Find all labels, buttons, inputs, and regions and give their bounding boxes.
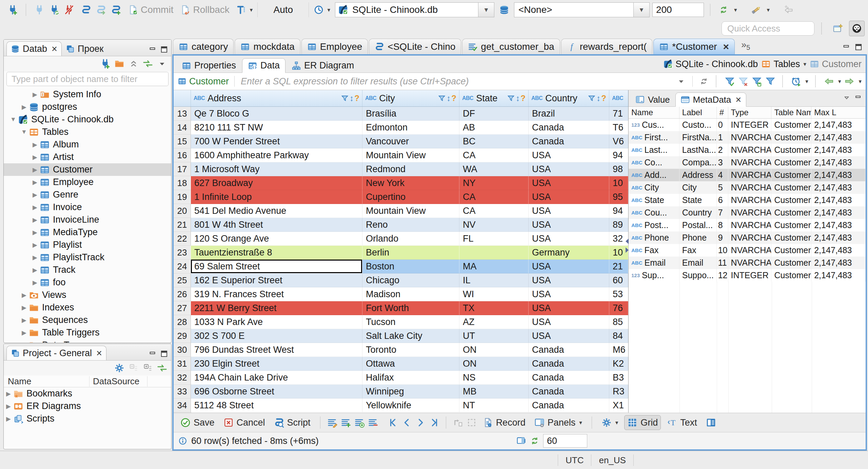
cell-type[interactable]: NVARCHAR [728, 231, 772, 244]
cell-City[interactable]: Reno [362, 218, 459, 232]
table-row[interactable]: 26319 N. Frances StreetMadisonWIUSA53 [174, 287, 628, 301]
chevron-right-icon[interactable]: ▶ [30, 179, 40, 186]
cell-Country[interactable]: USA [529, 162, 609, 176]
metadata-row[interactable]: 123Sup...Suppo...12INTEGERCustomer2,147,… [629, 269, 866, 282]
cell-State[interactable]: TX [459, 301, 529, 315]
cell-Country[interactable]: Canada [529, 371, 609, 385]
metadata-column-MaxL[interactable]: Max L [811, 107, 866, 118]
cell-type[interactable]: INTEGER [728, 269, 772, 282]
cell-Address[interactable]: 1600 Amphitheatre Parkway [191, 148, 362, 162]
row-number[interactable]: 20 [174, 204, 191, 218]
cell-type[interactable]: NVARCHAR [728, 257, 772, 269]
cell-type[interactable]: NVARCHAR [728, 194, 772, 206]
delete-row-icon[interactable] [368, 417, 378, 428]
cell-postalcode[interactable]: 94 [609, 204, 628, 218]
cell-postalcode[interactable]: 60 [609, 273, 628, 287]
row-number[interactable]: 17 [174, 162, 191, 176]
collapse-all-icon[interactable] [129, 59, 139, 69]
filter-icon[interactable] [341, 94, 349, 102]
sort-icon[interactable]: ↕ [516, 94, 520, 103]
chevron-right-icon[interactable]: ▶ [30, 266, 40, 274]
table-row[interactable]: 29302 S 700 ESalt Lake CityUTUSA84 [174, 329, 628, 343]
tree-item-foo[interactable]: ▶foo [4, 276, 171, 289]
cell-label[interactable]: Custo... [679, 119, 717, 131]
sort-icon[interactable]: ↕ [596, 94, 600, 103]
settings-button[interactable]: ▾ [599, 417, 621, 428]
nav-last-icon[interactable] [429, 417, 439, 428]
cell-City[interactable]: Berlin [362, 246, 459, 260]
cell-max-length[interactable]: 2,147,483 [811, 194, 866, 206]
cell-State[interactable] [459, 246, 529, 260]
disconnect-icon[interactable] [64, 5, 74, 15]
metadata-row[interactable]: ABCAdd...Address4NVARCHARCustomer2,147,4… [629, 169, 866, 181]
tree-item-SQLite - Chinook.db[interactable]: ▼SQLite - Chinook.db [4, 113, 171, 126]
cell-name[interactable]: ABCPost... [629, 219, 679, 231]
cell-max-length[interactable]: 2,147,483 [811, 206, 866, 219]
schema-combo[interactable]: <None> ▼ [514, 2, 650, 17]
cell-postalcode[interactable]: X1 [609, 399, 628, 412]
table-row[interactable]: 13Qe 7 Bloco GBrasíliaDFBrazil71 [174, 107, 628, 121]
cell-ordinal[interactable]: 8 [717, 219, 728, 231]
row-number[interactable]: 24 [174, 260, 191, 273]
chevron-right-icon[interactable]: ▶ [4, 415, 13, 423]
metadata-column-Type[interactable]: Type [728, 107, 772, 118]
cell-name[interactable]: ABCPhone [629, 231, 679, 244]
fetch-next-icon[interactable] [844, 76, 854, 86]
cell-State[interactable]: CA [459, 190, 529, 204]
record-button[interactable]: iRecord [480, 417, 528, 428]
editor-tab-Employee[interactable]: Employee [301, 39, 368, 54]
tree-item-InvoiceLine[interactable]: ▶InvoiceLine [4, 213, 171, 226]
maximize-icon[interactable] [160, 45, 169, 54]
caret-down-icon[interactable]: ▾ [803, 61, 806, 68]
metadata-column-Name[interactable]: Name [629, 107, 679, 118]
nav-next-icon[interactable] [415, 417, 426, 428]
cell-max-length[interactable]: 2,147,483 [811, 119, 866, 131]
cell-City[interactable]: Toronto [362, 343, 459, 357]
sql-filter-input[interactable] [240, 76, 673, 87]
tree-item-Playlist[interactable]: ▶Playlist [4, 239, 171, 251]
breadcrumb-item-SQLite - Chinook.db[interactable]: SQLite - Chinook.db [663, 59, 758, 69]
cell-City[interactable]: Edmonton [362, 121, 459, 135]
column-header-State[interactable]: ABCState↕? [459, 90, 529, 106]
cell-type[interactable]: NVARCHAR [728, 206, 772, 219]
row-number[interactable]: 18 [174, 176, 191, 190]
panel-sash[interactable] [625, 239, 629, 262]
metadata-row[interactable]: ABCCo...Compa...3NVARCHARCustomer2,147,4… [629, 156, 866, 169]
cell-table-name[interactable]: Customer [771, 131, 811, 144]
column-header-Address[interactable]: ABCAddress↕? [191, 90, 362, 106]
cell-max-length[interactable]: 2,147,483 [811, 181, 866, 194]
cell-City[interactable]: Boston [362, 260, 459, 273]
auto-refresh-value[interactable]: 60 [543, 434, 587, 448]
cell-Country[interactable]: Canada [529, 385, 609, 399]
locale-indicator[interactable]: en_US [591, 454, 634, 466]
table-row[interactable]: 191 Infinite LoopCupertinoCAUSA95 [174, 190, 628, 204]
cell-label[interactable]: City [679, 181, 717, 194]
maximize-icon[interactable] [854, 43, 863, 52]
table-row[interactable]: 23Tauentzienstraße 8BerlinGermany10 [174, 246, 628, 260]
refresh-green-icon[interactable] [530, 436, 540, 446]
cell-Country[interactable]: USA [529, 287, 609, 301]
cell-ordinal[interactable]: 4 [717, 169, 728, 181]
fetch-size-input[interactable] [652, 3, 704, 17]
cell-name[interactable]: ABCCity [629, 181, 679, 194]
cell-Address[interactable]: 120 S Orange Ave [191, 232, 362, 246]
cell-State[interactable]: NY [459, 176, 529, 190]
refresh-icon[interactable] [699, 76, 709, 86]
cell-State[interactable]: MB [459, 385, 529, 399]
auto-sync-icon[interactable] [718, 5, 729, 15]
column-info-icon[interactable]: ? [354, 94, 359, 103]
select-database-button[interactable] [497, 2, 511, 17]
cell-State[interactable]: BC [459, 135, 529, 148]
cell-max-length[interactable]: 2,147,483 [811, 269, 866, 282]
cell-table-name[interactable]: Customer [771, 181, 811, 194]
cell-Address[interactable]: 162 E Superior Street [191, 273, 362, 287]
cell-postalcode[interactable]: 94 [609, 148, 628, 162]
chevron-down-icon[interactable]: ▼ [19, 128, 29, 136]
table-row[interactable]: 18627 BroadwayNew YorkNYUSA10 [174, 176, 628, 190]
cell-City[interactable]: Fort Worth [362, 301, 459, 315]
cell-max-length[interactable]: 2,147,483 [811, 156, 866, 169]
tree-item-Data Types[interactable]: ▶Data Types [4, 339, 171, 343]
link-with-editor-icon[interactable] [143, 59, 153, 69]
cell-City[interactable]: Yellowknife [362, 399, 459, 412]
row-number[interactable]: 25 [174, 273, 191, 287]
